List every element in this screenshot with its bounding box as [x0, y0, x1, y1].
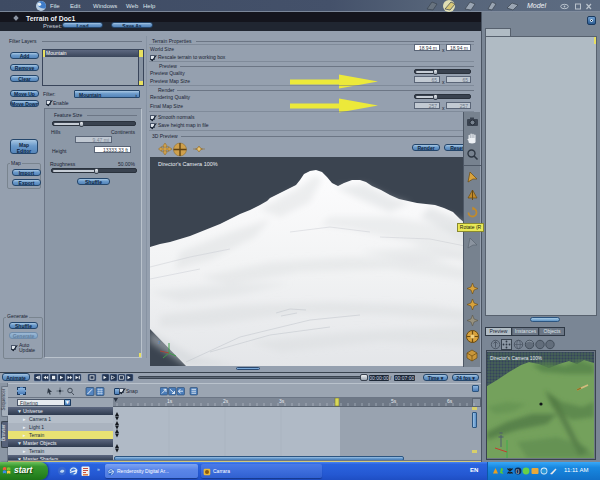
svg-text:»: » — [97, 466, 100, 472]
svg-text:1s: 1s — [167, 398, 173, 404]
svg-text:(): () — [516, 468, 520, 474]
svg-text:3s: 3s — [279, 398, 285, 404]
svg-text:6s: 6s — [447, 398, 453, 404]
svg-text:5s: 5s — [391, 398, 397, 404]
svg-text:Director's Camera 100%: Director's Camera 100% — [490, 356, 543, 361]
svg-text:2s: 2s — [223, 398, 229, 404]
svg-text:Director's Camera 100%: Director's Camera 100% — [158, 161, 218, 167]
